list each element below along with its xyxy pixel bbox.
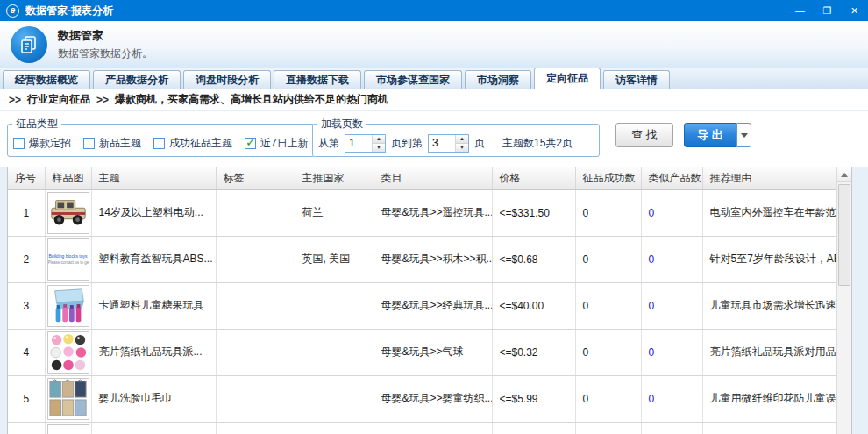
spin-up-icon[interactable]: ▲ — [456, 135, 468, 144]
spin-down-icon[interactable]: ▼ — [456, 144, 468, 152]
tab-visitor-details[interactable]: 访客详情 — [603, 70, 670, 89]
row-success-count: 0 — [575, 329, 641, 375]
maximize-button[interactable]: ❐ — [814, 0, 841, 21]
export-button[interactable]: 导 出 — [684, 123, 736, 147]
table-row[interactable]: 1 — [8, 189, 838, 236]
row-theme: 14岁及以上塑料电动... — [91, 189, 216, 236]
table-header-row: 序号 样品图 主题 标签 主推国家 类目 价格 征品成功数 类似产品数 推荐理由 — [8, 167, 838, 189]
row-similar-count[interactable]: 0 — [641, 375, 702, 422]
row-category: 母婴&玩具>>积木>>积... — [374, 236, 492, 282]
row-tag — [216, 375, 295, 422]
row-price: <=$0.32 — [492, 329, 575, 375]
tab-product-data-analysis[interactable]: 产品数据分析 — [93, 70, 181, 89]
sample-image-candy-toys[interactable] — [47, 285, 89, 327]
scroll-up-icon[interactable] — [837, 167, 851, 182]
theme-count-summary: 主题数15共2页 — [502, 136, 573, 151]
sample-image-building-blocks-card[interactable]: Building blocks toys Please contact us t… — [47, 238, 89, 281]
results-table: 序号 样品图 主题 标签 主推国家 类目 价格 征品成功数 类似产品数 推荐理由 — [7, 167, 852, 434]
row-theme: 婴儿洗脸巾毛巾 — [91, 375, 216, 422]
row-similar-count[interactable]: 0 — [641, 189, 702, 236]
sample-image-partial — [47, 424, 89, 434]
row-price: <=$0.68 — [492, 236, 575, 282]
table-row[interactable]: 5 — [8, 375, 838, 422]
sample-image-cell — [45, 329, 91, 375]
spin-up-icon[interactable]: ▲ — [373, 135, 385, 144]
tab-market-insight[interactable]: 市场洞察 — [465, 70, 531, 89]
sample-image-cell — [45, 189, 91, 236]
minimize-button[interactable]: — — [786, 0, 814, 21]
row-success-count: 0 — [575, 375, 641, 422]
row-countries: 荷兰 — [295, 189, 374, 236]
breadcrumb-section[interactable]: 行业定向征品 — [27, 92, 90, 107]
load-pages-legend: 加载页数 — [317, 117, 366, 132]
to-page-input[interactable] — [429, 135, 455, 152]
row-index: 2 — [8, 236, 45, 282]
row-index: 1 — [8, 189, 45, 236]
checkbox-hot-recruit[interactable]: 爆款定招 — [13, 136, 71, 151]
from-page-input[interactable] — [345, 135, 372, 152]
row-index: 4 — [8, 329, 45, 375]
row-index: 3 — [8, 282, 45, 329]
row-price: <=$40.00 — [492, 282, 575, 329]
row-reason: 针对5至7岁年龄段设计，AB... — [702, 236, 838, 282]
row-similar-count[interactable]: 0 — [641, 282, 702, 329]
vertical-scrollbar[interactable] — [836, 167, 851, 434]
right-margin — [852, 167, 868, 434]
row-countries — [295, 329, 374, 375]
row-reason: 电动室内外遥控车在年龄范... — [702, 189, 838, 236]
sample-image-cell — [45, 375, 91, 422]
page-unit-label: 页 — [474, 136, 485, 151]
tab-targeted-sourcing[interactable]: 定向征品 — [534, 68, 601, 89]
tab-business-data-overview[interactable]: 经营数据概览 — [3, 70, 90, 89]
app-header: 数据管家 数据管家数据分析。 — [0, 21, 868, 68]
row-reason: 亮片箔纸礼品玩具派对用品... — [702, 329, 838, 375]
row-countries — [295, 375, 374, 422]
main-content: 征品类型 爆款定招 新品主题 成功征品主题 近7日上新 — [0, 111, 868, 434]
column-header-sample-image: 样品图 — [45, 167, 91, 189]
column-header-category: 类目 — [374, 167, 492, 189]
sample-image-toy-jeep[interactable] — [47, 192, 89, 234]
find-button[interactable]: 查 找 — [615, 123, 673, 147]
title-bar: e 数据管家-报表分析 — ❐ ✕ — [0, 0, 868, 21]
row-category: 母婴&玩具>>遥控玩具... — [374, 189, 492, 236]
row-countries: 英国, 美国 — [295, 236, 374, 282]
column-header-theme: 主题 — [91, 167, 216, 189]
checkbox-icon[interactable] — [153, 138, 165, 149]
sourcing-type-group: 征品类型 爆款定招 新品主题 成功征品主题 近7日上新 — [7, 117, 322, 157]
sample-image-cell: Building blocks toys Please contact us t… — [45, 236, 91, 282]
scrollbar-thumb[interactable] — [838, 184, 850, 286]
card-line: Please contact us to get catalog — [48, 260, 89, 266]
tab-live-data-download[interactable]: 直播数据下载 — [274, 70, 361, 89]
checkbox-icon[interactable] — [13, 138, 25, 149]
from-page-stepper: ▲ ▼ — [345, 134, 386, 153]
card-line: Building blocks toys — [48, 253, 89, 260]
checkbox-new-theme[interactable]: 新品主题 — [83, 136, 141, 151]
checkbox-recent-7days[interactable]: 近7日上新 — [245, 136, 309, 151]
checkbox-icon[interactable] — [83, 138, 95, 149]
tab-market-advisor-country[interactable]: 市场参谋查国家 — [364, 70, 462, 89]
row-similar-count[interactable]: 0 — [641, 329, 702, 375]
row-countries — [295, 282, 374, 329]
tab-inquiry-time-analysis[interactable]: 询盘时段分析 — [183, 70, 271, 89]
sample-image-baby-towels[interactable] — [47, 378, 89, 420]
column-header-tag: 标签 — [216, 167, 295, 189]
table-row[interactable]: 2 Building blocks toys Please contact us… — [8, 236, 838, 282]
export-dropdown-button[interactable] — [736, 123, 751, 147]
page-subtitle: 数据管家数据分析。 — [58, 46, 153, 61]
close-button[interactable]: ✕ — [841, 0, 868, 21]
table-row[interactable]: 3 — [8, 282, 838, 329]
left-margin — [0, 167, 7, 434]
breadcrumb-arrow: >> — [9, 94, 21, 106]
row-success-count: 0 — [575, 236, 641, 282]
column-header-price: 价格 — [492, 167, 575, 189]
checkbox-checked-icon[interactable] — [245, 138, 256, 149]
column-header-reason: 推荐理由 — [702, 167, 838, 189]
row-similar-count[interactable]: 0 — [641, 236, 702, 282]
table-row-partial — [8, 422, 838, 434]
table-row[interactable]: 4 — [8, 329, 838, 375]
spin-down-icon[interactable]: ▼ — [373, 144, 385, 152]
checkbox-success-theme[interactable]: 成功征品主题 — [153, 136, 232, 151]
from-page-label: 从第 — [318, 136, 339, 151]
sample-image-foil-balloons[interactable] — [47, 331, 89, 374]
row-theme: 卡通塑料儿童糖果玩具 — [91, 282, 216, 329]
